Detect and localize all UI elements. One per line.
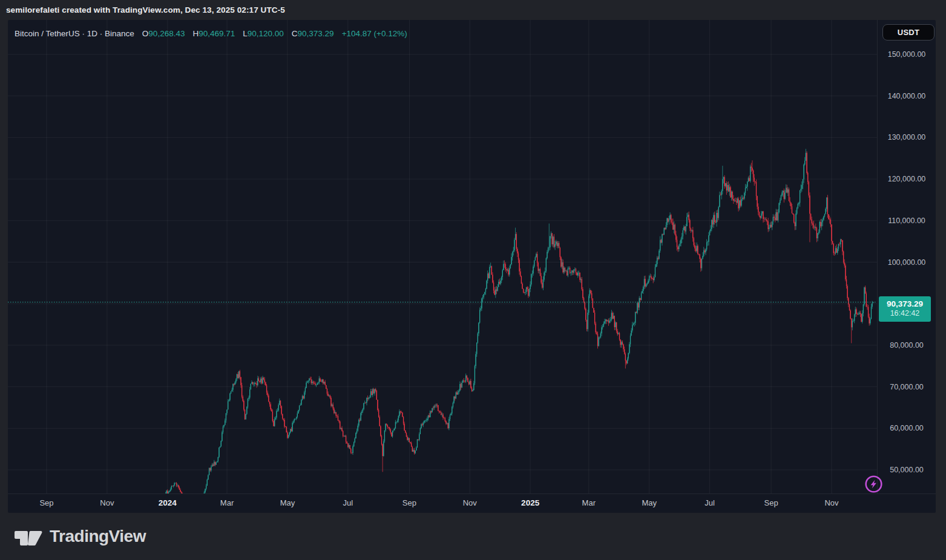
tradingview-screenshot: semilorefaleti created with TradingView.… — [0, 0, 946, 560]
price-tick-label: 120,000.00 — [878, 174, 936, 184]
time-tick-label: Sep — [39, 498, 53, 507]
price-tick-label: 150,000.00 — [878, 50, 936, 59]
down-candle-bodies — [48, 153, 870, 513]
bar-countdown: 16:42:42 — [890, 309, 920, 318]
chart-widget: Bitcoin / TetherUS · 1D · Binance O90,26… — [8, 20, 936, 513]
tradingview-wordmark[interactable]: TradingView — [50, 527, 146, 546]
price-tick-label: 140,000.00 — [878, 91, 936, 101]
price-tick-label: 100,000.00 — [878, 258, 936, 267]
price-tick-label: 80,000.00 — [878, 340, 936, 350]
tradingview-logo-icon[interactable] — [13, 526, 44, 547]
time-tick-label: Sep — [764, 498, 778, 507]
time-tick-label: Nov — [100, 498, 114, 507]
last-price-label[interactable]: 90,373.29 16:42:42 — [879, 296, 931, 322]
time-scale[interactable]: SepNov2024MarMayJulSepNov2025MarMayJulSe… — [8, 493, 877, 513]
price-tick-label: 50,000.00 — [878, 465, 936, 475]
time-tick-label: Nov — [463, 498, 477, 507]
time-tick-label: Jul — [343, 498, 353, 507]
ohlc-close: C90,373.29 — [292, 29, 334, 38]
time-tick-label: Mar — [582, 498, 596, 507]
time-tick-label: Jul — [705, 498, 715, 507]
up-candle-wicks — [47, 149, 873, 513]
ohlc-high: H90,469.71 — [192, 29, 235, 38]
chart-canvas[interactable] — [8, 20, 936, 513]
grid-lines — [8, 20, 877, 493]
price-tick-label: 110,000.00 — [878, 216, 936, 226]
price-tick-label: 130,000.00 — [878, 132, 936, 142]
ohlc-open: O90,268.43 — [142, 29, 185, 38]
time-tick-label: 2025 — [521, 498, 539, 507]
symbol-legend[interactable]: Bitcoin / TetherUS · 1D · Binance O90,26… — [15, 25, 407, 41]
time-axis-border — [8, 493, 936, 494]
time-tick-label: Mar — [220, 498, 234, 507]
price-scale[interactable]: 150,000.00140,000.00130,000.00120,000.00… — [878, 20, 936, 493]
last-price-value: 90,373.29 — [887, 299, 923, 309]
up-candle-bodies — [47, 153, 873, 513]
time-tick-label: Nov — [824, 498, 838, 507]
time-tick-label: May — [280, 498, 295, 507]
price-tick-label: 60,000.00 — [878, 423, 936, 433]
ohlc-low: L90,120.00 — [243, 29, 284, 38]
attribution-text: semilorefaleti created with TradingView.… — [6, 0, 285, 20]
price-change: +104.87 (+0.12%) — [342, 29, 407, 38]
time-tick-label: 2024 — [159, 498, 177, 507]
symbol-title: Bitcoin / TetherUS · 1D · Binance — [15, 29, 134, 38]
time-tick-label: Sep — [402, 498, 416, 507]
down-candle-wicks — [48, 151, 870, 513]
flash-icon[interactable] — [864, 475, 883, 493]
footer: TradingView — [0, 513, 946, 560]
time-tick-label: May — [642, 498, 657, 507]
price-tick-label: 70,000.00 — [878, 382, 936, 392]
price-axis-border — [877, 20, 878, 493]
